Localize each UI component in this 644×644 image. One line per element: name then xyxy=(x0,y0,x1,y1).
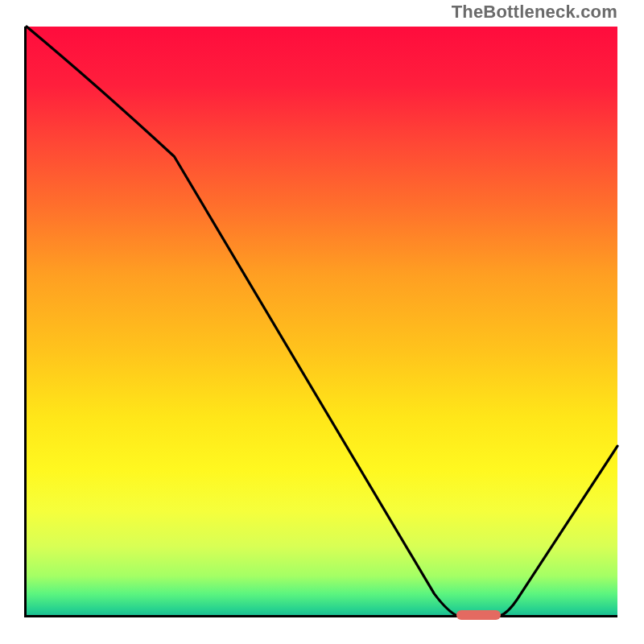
optimal-range-marker xyxy=(456,610,501,620)
bottleneck-chart: TheBottleneck.com xyxy=(0,0,644,644)
watermark-label: TheBottleneck.com xyxy=(452,2,617,23)
bottleneck-curve xyxy=(27,27,617,617)
